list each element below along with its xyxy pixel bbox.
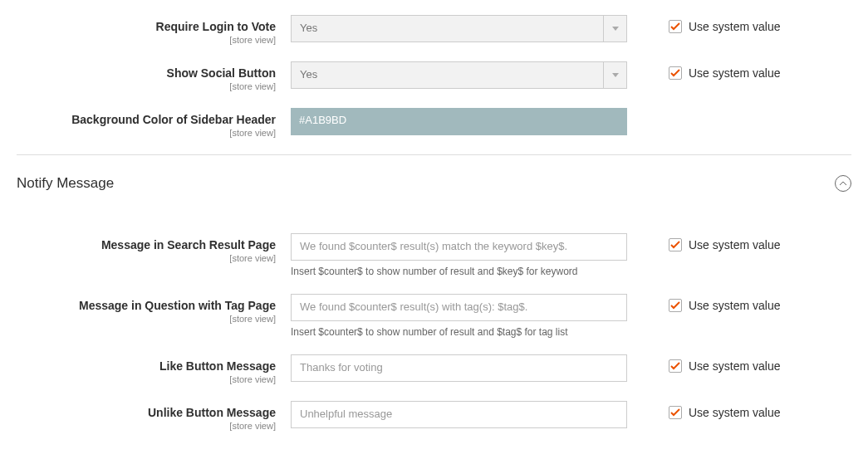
label-text: Require Login to Vote [156, 20, 276, 33]
label-text: Background Color of Sidebar Header [71, 113, 276, 126]
row-tag-page-msg: Message in Question with Tag Page [store… [17, 294, 851, 338]
label-scope: [store view] [17, 421, 276, 431]
system-value-unlike[interactable]: Use system value [627, 401, 810, 419]
help-search-result: Insert $counter$ to show number of resul… [291, 266, 627, 277]
checkbox-label: Use system value [689, 406, 780, 419]
select-value: Yes [292, 62, 603, 88]
checkbox-label: Use system value [689, 299, 780, 312]
select-require-login: Yes [291, 15, 627, 42]
checkbox-icon[interactable] [669, 66, 682, 80]
field-bg-color: #A1B9BD [291, 108, 627, 135]
label-text: Like Button Message [159, 359, 276, 373]
system-value-require-login[interactable]: Use system value [627, 15, 810, 33]
input-unlike-msg: Unhelpful message [291, 401, 627, 428]
field-show-social: Yes [291, 61, 627, 89]
checkbox-icon[interactable] [669, 406, 682, 419]
label-text: Message in Search Result Page [101, 238, 276, 251]
field-like: Thanks for voting [291, 354, 627, 382]
chevron-down-icon [603, 16, 626, 42]
select-value: Yes [292, 16, 603, 42]
field-search-result: We found $counter$ result(s) match the k… [291, 233, 627, 277]
row-like-msg: Like Button Message [store view] Thanks … [17, 354, 851, 384]
section-title: Notify Message [17, 175, 114, 192]
row-unlike-msg: Unlike Button Message [store view] Unhel… [17, 401, 851, 431]
system-value-tag-page[interactable]: Use system value [627, 294, 810, 312]
label-show-social: Show Social Button [store view] [17, 61, 291, 91]
checkbox-icon[interactable] [669, 238, 682, 251]
label-bg-color: Background Color of Sidebar Header [stor… [17, 108, 291, 138]
checkbox-label: Use system value [689, 66, 780, 80]
label-scope: [store view] [17, 35, 276, 45]
system-value-bg-color [627, 108, 810, 113]
field-require-login: Yes [291, 15, 627, 42]
label-text: Show Social Button [167, 66, 276, 80]
checkbox-icon[interactable] [669, 299, 682, 312]
row-show-social: Show Social Button [store view] Yes Use … [17, 61, 851, 91]
row-require-login: Require Login to Vote [store view] Yes U… [17, 15, 851, 45]
system-value-search-result[interactable]: Use system value [627, 233, 810, 251]
input-search-result-msg: We found $counter$ result(s) match the k… [291, 233, 627, 261]
chevron-up-icon[interactable] [835, 175, 851, 192]
select-show-social: Yes [291, 61, 627, 89]
system-value-like[interactable]: Use system value [627, 354, 810, 373]
input-tag-page-msg: We found $counter$ result(s) with tag(s)… [291, 294, 627, 321]
label-like: Like Button Message [store view] [17, 354, 291, 384]
checkbox-label: Use system value [689, 20, 780, 33]
system-value-show-social[interactable]: Use system value [627, 61, 810, 80]
label-unlike: Unlike Button Message [store view] [17, 401, 291, 431]
checkbox-icon[interactable] [669, 359, 682, 373]
checkbox-label: Use system value [689, 359, 780, 373]
checkbox-label: Use system value [689, 238, 780, 251]
chevron-down-icon [603, 62, 626, 88]
label-scope: [store view] [17, 81, 276, 91]
help-tag-page: Insert $counter$ to show number of resul… [291, 326, 627, 338]
row-bg-color: Background Color of Sidebar Header [stor… [17, 108, 851, 138]
checkbox-icon[interactable] [669, 20, 682, 33]
label-require-login: Require Login to Vote [store view] [17, 15, 291, 45]
label-tag-page: Message in Question with Tag Page [store… [17, 294, 291, 324]
label-search-result: Message in Search Result Page [store vie… [17, 233, 291, 263]
section-header-notify[interactable]: Notify Message [0, 155, 868, 200]
label-scope: [store view] [17, 314, 276, 324]
field-unlike: Unhelpful message [291, 401, 627, 428]
label-scope: [store view] [17, 253, 276, 263]
label-scope: [store view] [17, 374, 276, 384]
label-scope: [store view] [17, 128, 276, 138]
label-text: Message in Question with Tag Page [79, 299, 276, 312]
label-text: Unlike Button Message [148, 406, 276, 419]
row-search-result-msg: Message in Search Result Page [store vie… [17, 233, 851, 277]
input-like-msg: Thanks for voting [291, 354, 627, 382]
color-input-sidebar-header[interactable]: #A1B9BD [291, 108, 627, 135]
field-tag-page: We found $counter$ result(s) with tag(s)… [291, 294, 627, 338]
